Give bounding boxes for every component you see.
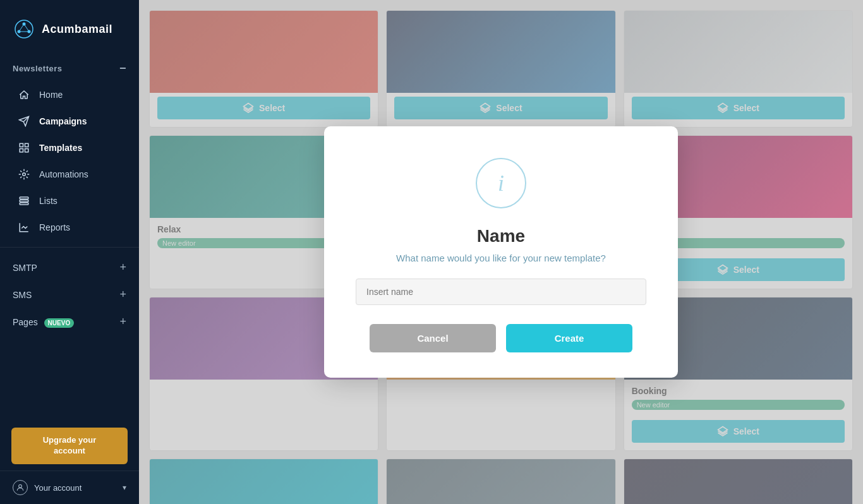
modal-info-circle: i — [476, 158, 526, 208]
modal-title: Name — [477, 226, 525, 246]
sidebar-item-smtp[interactable]: SMTP + — [0, 254, 139, 281]
svg-rect-8 — [25, 143, 28, 147]
sidebar-item-reports[interactable]: Reports — [5, 215, 134, 240]
info-icon: i — [498, 172, 504, 195]
svg-rect-9 — [20, 149, 23, 152]
svg-rect-12 — [20, 197, 28, 199]
sms-label: SMS — [13, 290, 32, 300]
templates-label: Templates — [39, 143, 82, 153]
svg-line-4 — [24, 24, 29, 32]
svg-point-11 — [23, 173, 26, 176]
lists-label: Lists — [39, 196, 57, 206]
upgrade-button[interactable]: Upgrade your account — [11, 428, 128, 464]
sidebar-item-automations[interactable]: Automations — [5, 162, 134, 187]
sidebar: Acumbamail Newsletters − Home Campaigns … — [0, 0, 139, 504]
newsletters-section: Newsletters − — [0, 53, 139, 81]
modal-buttons: Cancel Create — [356, 324, 646, 352]
lists-icon — [18, 195, 30, 207]
pages-badge: NUEVO — [44, 318, 75, 328]
logo[interactable]: Acumbamail — [0, 0, 139, 53]
account-section[interactable]: Your account ▾ — [0, 471, 139, 504]
template-name-input[interactable] — [356, 279, 646, 305]
home-icon — [18, 88, 30, 101]
smtp-label: SMTP — [13, 263, 37, 273]
campaigns-label: Campaigns — [39, 116, 87, 126]
modal-dialog: i Name What name would you like for your… — [324, 126, 678, 378]
sidebar-item-templates[interactable]: Templates — [5, 135, 134, 160]
divider — [0, 247, 139, 248]
create-button[interactable]: Create — [506, 324, 632, 352]
pages-label: Pages NUEVO — [13, 317, 74, 327]
account-label: Your account — [34, 483, 81, 493]
svg-rect-14 — [20, 203, 28, 205]
sidebar-item-home[interactable]: Home — [5, 82, 134, 107]
smtp-expand-icon: + — [119, 261, 126, 274]
sidebar-item-lists[interactable]: Lists — [5, 188, 134, 213]
automations-label: Automations — [39, 169, 88, 179]
main-content: Select Select SelectRelaxNew editorFashi… — [139, 0, 863, 504]
sidebar-item-campaigns[interactable]: Campaigns — [5, 109, 134, 134]
svg-line-5 — [19, 24, 24, 32]
automations-icon — [18, 168, 30, 181]
sidebar-item-pages[interactable]: Pages NUEVO + — [0, 308, 139, 335]
reports-label: Reports — [39, 222, 70, 232]
svg-point-15 — [19, 484, 22, 488]
sms-expand-icon: + — [119, 288, 126, 301]
logo-icon — [13, 18, 35, 40]
reports-icon — [18, 221, 30, 234]
campaigns-icon — [18, 115, 30, 128]
svg-rect-10 — [25, 149, 28, 152]
home-label: Home — [39, 90, 63, 100]
svg-rect-13 — [20, 200, 28, 202]
svg-rect-7 — [20, 143, 23, 147]
templates-icon — [18, 141, 30, 154]
sidebar-item-sms[interactable]: SMS + — [0, 281, 139, 308]
cancel-button[interactable]: Cancel — [370, 324, 496, 352]
newsletters-label: Newsletters — [13, 64, 62, 73]
account-chevron-icon: ▾ — [123, 483, 126, 492]
collapse-icon[interactable]: − — [119, 62, 126, 75]
logo-text: Acumbamail — [42, 23, 112, 36]
modal-overlay[interactable]: i Name What name would you like for your… — [139, 0, 863, 504]
pages-expand-icon: + — [119, 315, 126, 328]
modal-subtitle: What name would you like for your new te… — [396, 253, 606, 263]
account-avatar — [13, 480, 28, 495]
